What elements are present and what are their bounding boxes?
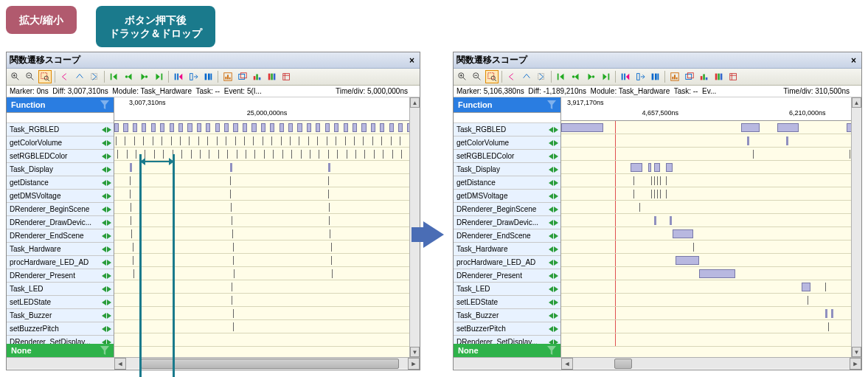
- scroll-down-icon[interactable]: ▼: [852, 347, 861, 357]
- timeline-lane[interactable]: [561, 174, 861, 187]
- prev-event-icon[interactable]: [548, 246, 553, 252]
- exec-bar[interactable]: [142, 123, 146, 132]
- event-tick[interactable]: [163, 150, 164, 159]
- next-event-icon[interactable]: [554, 193, 559, 199]
- event-tick[interactable]: [831, 309, 833, 318]
- prev-event-icon[interactable]: [101, 339, 106, 345]
- event-tick[interactable]: [374, 150, 375, 159]
- exec-bar[interactable]: [307, 123, 311, 132]
- exec-bar[interactable]: [215, 123, 220, 132]
- event-tick[interactable]: [381, 136, 382, 145]
- function-row[interactable]: setRGBLEDColor: [454, 150, 560, 163]
- marker-last-green-icon[interactable]: [599, 70, 612, 83]
- event-tick[interactable]: [391, 136, 392, 145]
- scroll-up-icon[interactable]: ▲: [410, 97, 420, 108]
- event-tick[interactable]: [162, 136, 162, 145]
- function-row[interactable]: procHardware_LED_AD: [7, 256, 114, 269]
- exec-bar[interactable]: [178, 123, 183, 132]
- timeline-lane[interactable]: [561, 201, 861, 214]
- event-tick[interactable]: [125, 136, 125, 145]
- event-tick[interactable]: [331, 256, 332, 265]
- prev-event-icon[interactable]: [101, 313, 106, 319]
- chart-overlay-icon[interactable]: [236, 70, 249, 83]
- timeline-lane[interactable]: [561, 307, 861, 320]
- timeline-lane[interactable]: [114, 254, 420, 267]
- event-tick[interactable]: [233, 243, 234, 252]
- function-row[interactable]: Task_Display: [7, 163, 114, 176]
- prev-event-icon[interactable]: [548, 127, 553, 133]
- event-tick[interactable]: [232, 216, 232, 225]
- close-icon[interactable]: ×: [849, 55, 858, 66]
- event-tick[interactable]: [133, 243, 133, 252]
- event-tick[interactable]: [329, 216, 330, 225]
- exec-bar[interactable]: [371, 123, 375, 132]
- timeline-lane[interactable]: [114, 241, 420, 254]
- chart-export-icon[interactable]: [280, 70, 294, 83]
- event-tick[interactable]: [666, 190, 667, 198]
- prev-event-icon[interactable]: [101, 233, 106, 239]
- marker-next-green-icon[interactable]: [584, 70, 597, 83]
- event-tick[interactable]: [130, 176, 131, 185]
- prev-event-icon[interactable]: [548, 233, 553, 239]
- function-row[interactable]: DRenderer_DrawDevic...: [454, 216, 560, 229]
- scroll-down-icon[interactable]: ▼: [410, 347, 420, 357]
- event-tick[interactable]: [117, 150, 118, 159]
- event-tick[interactable]: [233, 322, 234, 331]
- function-header[interactable]: Function: [454, 97, 560, 113]
- exec-bar[interactable]: [133, 123, 137, 132]
- event-tick[interactable]: [253, 136, 254, 145]
- event-tick[interactable]: [143, 136, 144, 145]
- event-tick[interactable]: [189, 136, 190, 145]
- next-event-icon[interactable]: [554, 260, 559, 266]
- event-tick[interactable]: [291, 150, 292, 159]
- function-row[interactable]: DRenderer_BeginScene: [7, 203, 114, 216]
- event-tick[interactable]: [133, 256, 133, 265]
- marker-prev-green-icon[interactable]: [569, 70, 583, 83]
- function-row[interactable]: setRGBLEDColor: [7, 150, 114, 163]
- titlebar[interactable]: 関数遷移スコープ ×: [7, 52, 420, 69]
- prev-event-icon[interactable]: [548, 260, 553, 266]
- next-event-icon[interactable]: [554, 127, 559, 133]
- next-event-icon[interactable]: [554, 339, 559, 345]
- exec-bar[interactable]: [160, 123, 164, 132]
- event-tick[interactable]: [232, 229, 233, 238]
- prev-event-icon[interactable]: [548, 140, 553, 146]
- timeline-lane[interactable]: [114, 187, 420, 201]
- exec-bar[interactable]: [151, 123, 156, 132]
- next-event-icon[interactable]: [107, 153, 112, 159]
- timeline-lane[interactable]: [114, 121, 420, 134]
- horizontal-scrollbar[interactable]: ◄ ►: [454, 357, 861, 369]
- time-ruler[interactable]: 3,007,310ns 25,000,000ns: [114, 97, 420, 121]
- marker-toggle-icon[interactable]: [633, 70, 647, 83]
- next-event-icon[interactable]: [107, 167, 112, 173]
- exec-bar[interactable]: [676, 256, 700, 265]
- event-tick[interactable]: [231, 203, 232, 212]
- prev-event-icon[interactable]: [548, 326, 553, 332]
- timeline-lane[interactable]: [561, 161, 861, 174]
- prev-event-icon[interactable]: [101, 326, 106, 332]
- exec-bar[interactable]: [398, 123, 403, 132]
- function-row[interactable]: getColorVolume: [7, 136, 114, 150]
- zoom-in-icon[interactable]: [456, 70, 469, 83]
- exec-bar[interactable]: [361, 123, 366, 132]
- marker-first-green-icon[interactable]: [108, 70, 121, 83]
- event-tick[interactable]: [392, 150, 393, 159]
- event-tick[interactable]: [134, 136, 135, 145]
- timeline-lane[interactable]: [114, 280, 420, 294]
- timeline-lane[interactable]: [114, 214, 420, 227]
- timeline-lane[interactable]: [561, 214, 861, 227]
- event-tick[interactable]: [633, 176, 634, 185]
- next-event-icon[interactable]: [107, 313, 112, 319]
- event-tick[interactable]: [235, 136, 236, 145]
- function-row[interactable]: Task_Buzzer: [7, 309, 114, 322]
- function-row[interactable]: procHardware_LED_AD: [454, 256, 560, 269]
- scroll-right-icon[interactable]: ►: [850, 358, 861, 370]
- event-tick[interactable]: [355, 150, 356, 159]
- timeline-chart[interactable]: 3,917,170ns 4,657,500ns 6,210,000ns ▲ ▼: [561, 97, 861, 357]
- event-tick[interactable]: [244, 136, 245, 145]
- timeline-lane[interactable]: [114, 294, 420, 307]
- event-tick[interactable]: [131, 216, 131, 225]
- function-row[interactable]: Task_RGBLED: [454, 123, 560, 136]
- marker-first-blue-icon[interactable]: [619, 70, 632, 83]
- marker-prev-green-icon[interactable]: [122, 70, 136, 83]
